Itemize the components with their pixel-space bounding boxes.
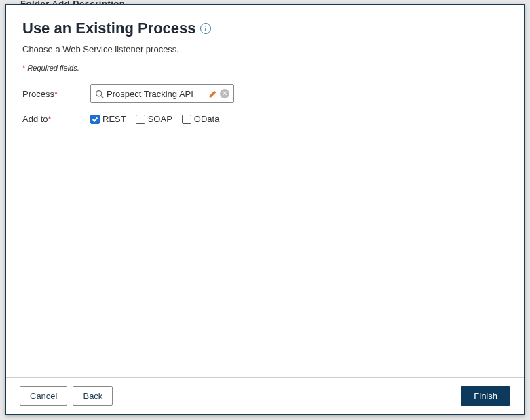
back-button[interactable]: Back — [73, 386, 113, 406]
svg-line-1 — [101, 95, 103, 97]
modal-dialog: Use an Existing Process i Choose a Web S… — [5, 4, 525, 415]
subtitle: Choose a Web Service listener process. — [22, 44, 508, 54]
cancel-button[interactable]: Cancel — [20, 386, 67, 406]
add-to-row: Add to* REST SOAP OData — [22, 114, 508, 124]
process-input[interactable] — [107, 89, 206, 99]
checkbox-soap-box — [136, 115, 145, 124]
page-title: Use an Existing Process — [22, 20, 196, 37]
svg-point-0 — [96, 90, 102, 96]
clear-icon[interactable]: ✕ — [220, 89, 229, 98]
title-row: Use an Existing Process i — [22, 20, 508, 37]
add-to-required-marker: * — [48, 114, 52, 124]
process-label: Process* — [22, 89, 90, 99]
add-to-label-text: Add to — [22, 114, 48, 124]
info-icon[interactable]: i — [200, 23, 211, 34]
checkbox-soap-label: SOAP — [148, 114, 172, 124]
required-fields-note: * Required fields. — [22, 64, 508, 72]
required-note-text: Required fields. — [25, 64, 79, 72]
checkbox-group: REST SOAP OData — [90, 114, 219, 124]
search-icon — [95, 90, 104, 98]
checkbox-odata[interactable]: OData — [182, 114, 220, 124]
checkbox-odata-label: OData — [194, 114, 220, 124]
pencil-icon[interactable] — [208, 90, 217, 98]
checkbox-rest-label: REST — [102, 114, 126, 124]
modal-body: Use an Existing Process i Choose a Web S… — [6, 5, 524, 377]
check-icon — [92, 116, 98, 123]
add-to-label: Add to* — [22, 114, 90, 124]
checkbox-odata-box — [182, 115, 191, 124]
process-label-text: Process — [22, 89, 54, 99]
modal-footer: Cancel Back Finish — [6, 377, 524, 414]
process-picker[interactable]: ✕ — [90, 84, 234, 103]
finish-button[interactable]: Finish — [461, 386, 510, 406]
process-row: Process* ✕ — [22, 84, 508, 103]
checkbox-soap[interactable]: SOAP — [136, 114, 172, 124]
checkbox-rest-box — [90, 115, 100, 124]
checkbox-rest[interactable]: REST — [90, 114, 126, 124]
process-required-marker: * — [54, 89, 58, 99]
